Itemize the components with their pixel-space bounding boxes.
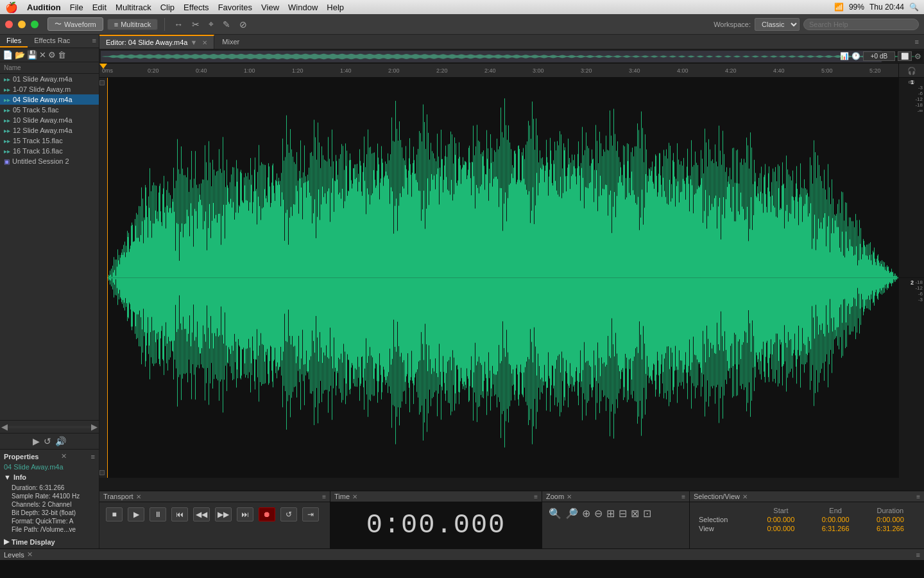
brush-tool-button[interactable]: ⊘ [237, 18, 250, 31]
menu-help[interactable]: Help [327, 3, 344, 12]
slip-tool-button[interactable]: ⌖ [206, 17, 216, 31]
save-file-button[interactable]: 💾 [27, 50, 37, 60]
razor-tool-button[interactable]: ✂ [189, 18, 202, 31]
list-item[interactable]: ▸▸15 Track 15.flac [0, 136, 99, 146]
menu-multitrack[interactable]: Multitrack [116, 3, 151, 12]
move-tool-button[interactable]: ↔ [171, 18, 185, 31]
waveform-main[interactable]: dB -3 -6 -12 -18 -∞ 1 -18 -12 [99, 78, 924, 478]
play-button[interactable]: ▶ [33, 436, 40, 446]
list-item[interactable]: ▸▸10 Slide Away.m4a [0, 115, 99, 125]
files-tab[interactable]: Files [0, 35, 28, 48]
file-list-scrollbar[interactable]: ◀ ▶ [0, 420, 99, 433]
scrollbar-track[interactable] [8, 426, 91, 428]
list-item[interactable]: ▣Untitled Session 2 [0, 156, 99, 166]
list-item[interactable]: ▸▸16 Track 16.flac [0, 146, 99, 156]
waveform-canvas[interactable] [107, 78, 898, 478]
transport-menu-icon[interactable]: ≡ [322, 493, 326, 500]
zoom-out-2-button[interactable]: ⊖ [594, 507, 603, 520]
menu-file[interactable]: File [70, 3, 83, 12]
menu-effects[interactable]: Effects [184, 3, 209, 12]
view-duration[interactable]: 6:31.266 [863, 524, 918, 533]
pencil-tool-button[interactable]: ✎ [220, 18, 233, 31]
zoom-close-icon[interactable]: ✕ [567, 493, 572, 500]
multitrack-mode-button[interactable]: ≡ Multitrack [107, 19, 158, 30]
selection-close-icon[interactable]: ✕ [742, 493, 748, 500]
stop-button[interactable]: ■ [106, 507, 123, 521]
list-item[interactable]: ▸▸1-07 Slide Away.m [0, 84, 99, 94]
menu-edit[interactable]: Edit [92, 3, 107, 12]
menu-clip[interactable]: Clip [160, 3, 175, 12]
mixer-tab[interactable]: Mixer [214, 35, 247, 48]
time-display-toggle[interactable]: ▶ Time Display [4, 538, 95, 546]
levels-menu-icon[interactable]: ≡ [916, 551, 920, 559]
file-toolbar: 📄 📂 💾 ✕ ⚙ 🗑 [0, 48, 99, 62]
panel-menu-icon[interactable]: ≡ [90, 35, 99, 48]
record-button[interactable]: ⏺ [259, 507, 275, 521]
apple-menu-icon[interactable]: 🍎 [5, 1, 18, 13]
delete-file-button[interactable]: 🗑 [58, 50, 66, 60]
search-input[interactable] [803, 19, 919, 30]
go-to-end-button[interactable]: ⏭ [237, 507, 253, 521]
minimap[interactable]: 📊 🕐 ⬜ ⚙ [99, 49, 924, 64]
minimap-options-button[interactable]: ⚙ [914, 52, 921, 61]
list-item[interactable]: ▸▸12 Slide Away.m4a [0, 125, 99, 136]
editor-tab-settings-icon[interactable]: ≡ [910, 35, 924, 48]
list-item[interactable]: ▸▸05 Track 5.flac [0, 105, 99, 115]
search-icon[interactable]: 🔍 [909, 3, 919, 12]
minimap-volume-input[interactable] [863, 51, 895, 61]
list-item[interactable]: ▸▸01 Slide Away.m4a [0, 74, 99, 84]
zoom-in-button[interactable]: 🔍 [549, 507, 561, 520]
selection-menu-icon[interactable]: ≡ [916, 493, 920, 500]
levels-close-icon[interactable]: ✕ [27, 550, 33, 559]
fast-forward-button[interactable]: ▶▶ [215, 507, 232, 521]
zoom-reset-button[interactable]: ⊡ [643, 507, 651, 520]
menu-favorites[interactable]: Favorites [218, 3, 252, 12]
close-button[interactable] [5, 21, 13, 28]
effects-rack-tab[interactable]: Effects Rac [28, 35, 76, 48]
new-file-button[interactable]: 📄 [3, 50, 13, 60]
properties-options-icon[interactable]: ≡ [91, 453, 95, 460]
list-item-active[interactable]: ▸▸04 Slide Away.m4a [0, 94, 99, 105]
scroll-right-button[interactable]: ▶ [91, 422, 98, 432]
loop-button[interactable]: ↺ [44, 436, 51, 446]
minimap-expand-button[interactable]: ⬜ [898, 51, 912, 61]
timeline-ruler[interactable]: 0ms 0:20 0:40 1:00 1:20 1:40 2:00 2:20 2… [99, 64, 924, 78]
loop-transport-button[interactable]: ↺ [280, 507, 297, 521]
menu-window[interactable]: Window [288, 3, 318, 12]
return-to-start-button[interactable]: ⏮ [171, 507, 188, 521]
scroll-left-button[interactable]: ◀ [1, 422, 8, 432]
selection-end[interactable]: 0:00.000 [809, 515, 863, 524]
skip-button[interactable]: ⇥ [302, 507, 319, 521]
zoom-out-button[interactable]: 🔎 [565, 507, 578, 520]
zoom-menu-icon[interactable]: ≡ [681, 493, 685, 500]
open-file-button[interactable]: 📂 [15, 50, 25, 60]
waveform-mode-button[interactable]: 〜 Waveform [47, 17, 103, 31]
file-options-button[interactable]: ⚙ [48, 50, 56, 60]
pause-button[interactable]: ⏸ [150, 507, 166, 521]
maximize-button[interactable] [31, 21, 38, 28]
zoom-in-2-button[interactable]: ⊕ [582, 507, 590, 520]
minimize-button[interactable] [18, 21, 26, 28]
rewind-button[interactable]: ◀◀ [193, 507, 210, 521]
close-file-button[interactable]: ✕ [39, 50, 46, 60]
volume-button[interactable]: 🔊 [55, 436, 66, 446]
properties-menu-icon[interactable]: ✕ [61, 452, 67, 460]
play-transport-button[interactable]: ▶ [128, 507, 144, 521]
editor-tab-close-icon[interactable]: ✕ [202, 39, 207, 46]
time-close-icon[interactable]: ✕ [352, 493, 357, 500]
editor-tab-dropdown-icon[interactable]: ▼ [190, 39, 197, 46]
transport-close-icon[interactable]: ✕ [136, 493, 141, 500]
editor-tab-slide-away[interactable]: Editor: 04 Slide Away.m4a ▼ ✕ [99, 35, 214, 49]
time-menu-icon[interactable]: ≡ [534, 493, 538, 500]
info-toggle[interactable]: ▼ Info [4, 473, 95, 481]
menu-view[interactable]: View [261, 3, 279, 12]
zoom-full-button[interactable]: ⊟ [619, 507, 627, 520]
zoom-selection-button[interactable]: ⊠ [631, 507, 639, 520]
selection-duration[interactable]: 0:00.000 [863, 515, 918, 524]
view-end[interactable]: 6:31.266 [809, 524, 863, 533]
view-start[interactable]: 0:00.000 [753, 524, 808, 533]
zoom-fit-button[interactable]: ⊞ [606, 507, 615, 520]
headphone-icon[interactable]: 🎧 [898, 64, 924, 78]
workspace-select[interactable]: Classic [755, 18, 800, 31]
selection-start[interactable]: 0:00.000 [753, 515, 808, 524]
